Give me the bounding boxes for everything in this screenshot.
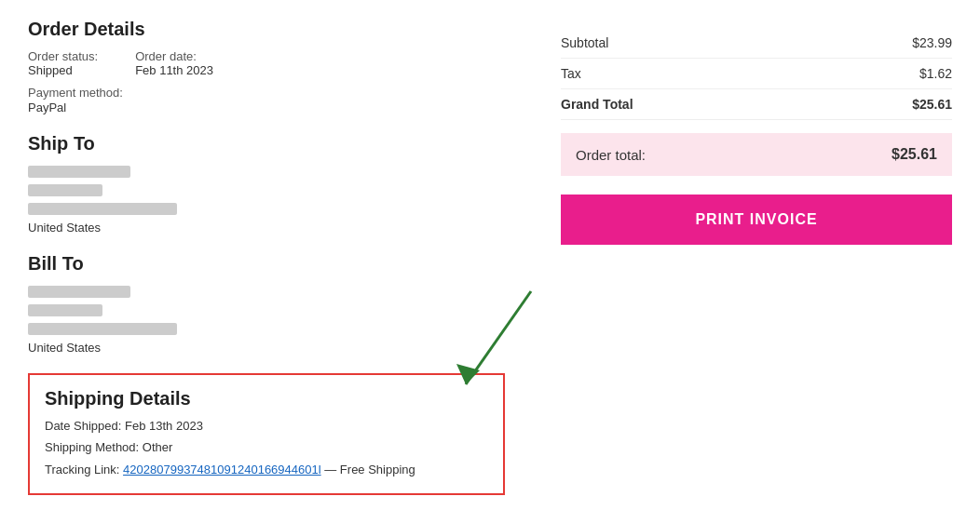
redacted-bar-4 [28,286,130,298]
print-invoice-button[interactable]: PRINT INVOICE [561,195,952,245]
payment-method-value: PayPal [28,101,66,114]
bill-to-section: Bill To United States [28,253,505,355]
order-total-box: Order total: $25.61 [561,133,952,176]
bill-to-country: United States [28,341,101,355]
grand-total-label: Grand Total [561,97,633,112]
redacted-bar-3 [28,203,177,215]
bill-to-title: Bill To [28,253,505,275]
redacted-bar-2 [28,184,102,196]
order-date-block: Order date: Feb 11th 2023 [135,49,213,77]
date-shipped-label: Date Shipped: [45,419,121,433]
page-container: Order Details Order status: Shipped Orde… [0,0,980,510]
order-details-section: Order Details Order status: Shipped Orde… [28,19,505,114]
subtotal-value: $23.99 [912,35,952,50]
order-status-block: Order status: Shipped [28,49,98,77]
ship-to-title: Ship To [28,133,505,154]
ship-to-address: United States [28,164,505,235]
shipping-details-title: Shipping Details [45,388,488,409]
redacted-bar-6 [28,323,177,335]
subtotal-row: Subtotal $23.99 [561,28,952,59]
grand-total-value: $25.61 [912,97,952,112]
tracking-suffix: — Free Shipping [324,463,415,476]
date-shipped-value: Feb 13th 2023 [125,419,203,433]
order-date-value: Feb 11th 2023 [135,63,213,77]
order-meta: Order status: Shipped Order date: Feb 11… [28,49,505,77]
shipping-method-value: Other [143,440,173,454]
tax-value: $1.62 [919,66,952,81]
order-status-label: Order status: [28,49,98,63]
subtotal-label: Subtotal [561,35,608,50]
payment-method-block: Payment method: PayPal [28,85,505,114]
shipping-date-line: Date Shipped: Feb 13th 2023 [45,415,488,436]
redacted-bar-1 [28,166,130,178]
tax-row: Tax $1.62 [561,59,952,89]
order-date-label: Order date: [135,49,213,63]
ship-to-country: United States [28,221,101,235]
bill-to-address: United States [28,284,505,355]
tax-label: Tax [561,66,581,81]
shipping-method-label: Shipping Method: [45,440,139,454]
ship-to-section: Ship To United States [28,133,505,235]
payment-method-label: Payment method: [28,86,123,100]
shipping-method-line: Shipping Method: Other [45,436,488,458]
grand-total-row: Grand Total $25.61 [561,89,952,120]
order-details-title: Order Details [28,19,505,40]
right-column: Subtotal $23.99 Tax $1.62 Grand Total $2… [561,19,952,510]
summary-table: Subtotal $23.99 Tax $1.62 Grand Total $2… [561,28,952,120]
shipping-details-box: Shipping Details Date Shipped: Feb 13th … [28,373,505,495]
tracking-link-label: Tracking Link: [45,463,119,476]
svg-marker-1 [456,364,480,384]
tracking-link-line: Tracking Link: 4202807993748109124016694… [45,459,488,480]
order-total-value: $25.61 [892,146,937,163]
tracking-link[interactable]: 42028079937481091240166944601l [123,463,321,476]
order-total-label: Order total: [576,147,646,163]
order-status-value: Shipped [28,63,98,77]
left-column: Order Details Order status: Shipped Orde… [28,19,524,510]
redacted-bar-5 [28,304,102,316]
